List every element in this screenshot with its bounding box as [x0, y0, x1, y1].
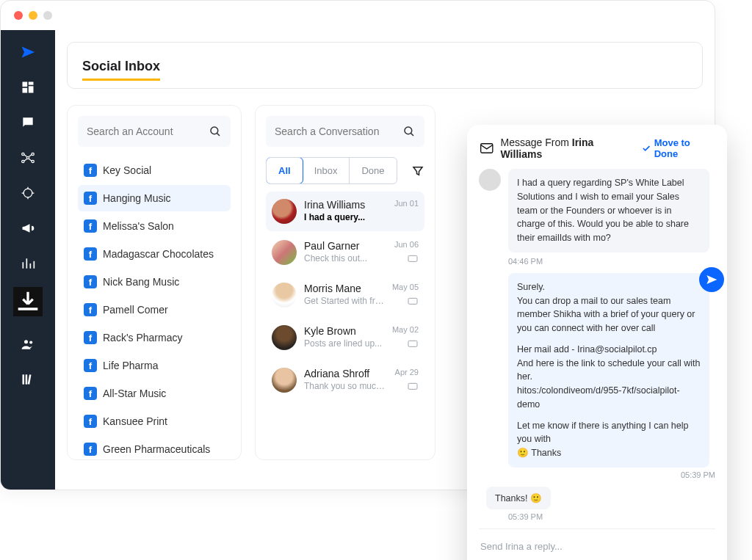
svg-point-16: [405, 127, 412, 134]
analytics-icon[interactable]: [21, 256, 35, 271]
download-tray-icon[interactable]: [13, 287, 43, 316]
outgoing-message: Surely. You can drop a mail to our sales…: [508, 273, 715, 468]
conversation-item[interactable]: Irina Williams I had a query... Jun 01: [266, 192, 424, 231]
window-disabled-dot: [43, 11, 52, 20]
avatar: [479, 169, 501, 191]
svg-point-9: [24, 189, 32, 197]
svg-rect-3: [23, 88, 28, 93]
conversation-date: Apr 29: [395, 368, 419, 377]
reply-bubble: Surely. You can drop a mail to our sales…: [508, 273, 709, 468]
account-list: fKey Social fHanging Music fMelissa's Sa…: [78, 157, 231, 462]
team-icon[interactable]: [21, 337, 35, 352]
conversation-tabs: All Inbox Done: [266, 157, 397, 184]
account-item[interactable]: fAll-Star Music: [78, 380, 231, 407]
window-minimize-dot[interactable]: [29, 11, 37, 20]
conversation-preview: Posts are lined up...: [304, 338, 385, 349]
svg-rect-1: [29, 82, 34, 85]
megaphone-icon[interactable]: [21, 221, 35, 236]
svg-rect-12: [23, 374, 25, 384]
move-to-done-button[interactable]: Move to Done: [641, 137, 715, 159]
network-icon[interactable]: [21, 150, 35, 165]
conversation-date: Jun 06: [394, 240, 419, 249]
svg-point-8: [32, 160, 34, 162]
conversation-tab-row: All Inbox Done: [266, 157, 424, 184]
svg-rect-0: [23, 82, 28, 87]
account-label: Kansuee Print: [103, 415, 167, 427]
conversation-preview: Get Started with free...: [304, 296, 385, 306]
conversation-search[interactable]: Search a Conversation: [266, 116, 424, 147]
paper-plane-icon[interactable]: [21, 45, 35, 59]
message-detail-card: Message From Irina Williams Move to Done…: [467, 125, 727, 560]
tab-all[interactable]: All: [266, 157, 303, 184]
message-timestamp: 04:46 PM: [508, 257, 715, 266]
account-item[interactable]: fNick Bang Music: [78, 269, 231, 295]
account-item[interactable]: fRack's Pharmacy: [78, 324, 231, 351]
conversation-search-placeholder: Search a Conversation: [275, 126, 402, 137]
svg-rect-2: [29, 86, 34, 92]
incoming-message: Thanks! 🙂: [479, 487, 715, 509]
message-timestamp: 05:39 PM: [508, 512, 715, 521]
chat-bubble-icon: [407, 296, 419, 308]
search-icon: [402, 125, 416, 138]
page-title: Social Inbox: [82, 59, 160, 81]
svg-point-15: [211, 127, 218, 134]
tab-done[interactable]: Done: [350, 158, 396, 183]
conversations-panel: Search a Conversation All Inbox Done: [255, 105, 435, 460]
facebook-icon: f: [84, 303, 97, 316]
nav-sidebar: [1, 30, 55, 490]
svg-point-6: [32, 153, 34, 155]
window-traffic-lights: [14, 11, 52, 20]
avatar: [272, 199, 297, 224]
message-from-label: Message From Irina Williams: [501, 137, 635, 160]
reply-timestamp: 05:39 PM: [479, 470, 715, 479]
chat-bubble-icon: [407, 338, 419, 350]
account-label: Nick Bang Music: [103, 276, 179, 288]
svg-point-4: [26, 156, 29, 159]
avatar: [272, 283, 297, 308]
conversation-item[interactable]: Paul Garner Check this out... Jun 06: [266, 233, 424, 274]
tab-inbox[interactable]: Inbox: [303, 158, 350, 183]
message-detail-header: Message From Irina Williams Move to Done: [479, 137, 715, 160]
account-item[interactable]: fHanging Music: [78, 185, 231, 211]
account-item[interactable]: fPamell Comer: [78, 297, 231, 323]
conversation-item[interactable]: Morris Mane Get Started with free... May…: [266, 275, 424, 316]
filter-icon[interactable]: [411, 164, 424, 178]
svg-rect-13: [26, 374, 28, 384]
conversation-item[interactable]: Kyle Brown Posts are lined up... May 02: [266, 318, 424, 359]
conversation-date: May 02: [392, 325, 419, 334]
account-label: Life Pharma: [103, 360, 158, 371]
account-item[interactable]: fLife Pharma: [78, 352, 231, 379]
target-icon[interactable]: [21, 186, 35, 200]
dashboard-icon[interactable]: [21, 80, 35, 95]
facebook-icon: f: [84, 275, 97, 288]
account-item[interactable]: fKansuee Print: [78, 408, 231, 434]
account-search[interactable]: Search an Account: [78, 116, 231, 147]
account-label: All-Star Music: [103, 388, 166, 399]
account-item[interactable]: fKey Social: [78, 157, 231, 183]
chat-icon[interactable]: [21, 115, 35, 130]
conversation-name: Kyle Brown: [304, 325, 385, 337]
svg-rect-14: [28, 374, 32, 385]
conversation-item[interactable]: Adriana Shroff Thank you so much ... Apr…: [266, 360, 424, 401]
sent-badge: [699, 267, 724, 292]
facebook-icon: f: [84, 415, 97, 428]
library-icon[interactable]: [21, 372, 35, 387]
account-label: Green Pharmaceuticals: [103, 443, 210, 455]
message-bubble: Thanks! 🙂: [486, 487, 551, 509]
account-item[interactable]: fMelissa's Salon: [78, 213, 231, 239]
avatar: [272, 368, 297, 393]
window-close-dot[interactable]: [14, 11, 23, 20]
conversation-preview: Thank you so much ...: [304, 381, 388, 391]
account-search-placeholder: Search an Account: [87, 126, 209, 137]
conversation-date: May 05: [392, 283, 419, 291]
chat-bubble-icon: [407, 381, 419, 393]
account-item[interactable]: fMadagascar Chocolates: [78, 241, 231, 267]
account-label: Key Social: [103, 164, 151, 176]
conversation-list: Irina Williams I had a query... Jun 01 P…: [266, 192, 424, 401]
facebook-icon: f: [84, 219, 97, 233]
conversation-name: Paul Garner: [304, 240, 387, 252]
message-bubble: I had a query regarding SP's White Label…: [508, 169, 709, 252]
account-item[interactable]: fGreen Pharmaceuticals: [78, 436, 231, 462]
avatar: [272, 240, 297, 265]
reply-input[interactable]: Send Irina a reply...: [479, 539, 715, 553]
